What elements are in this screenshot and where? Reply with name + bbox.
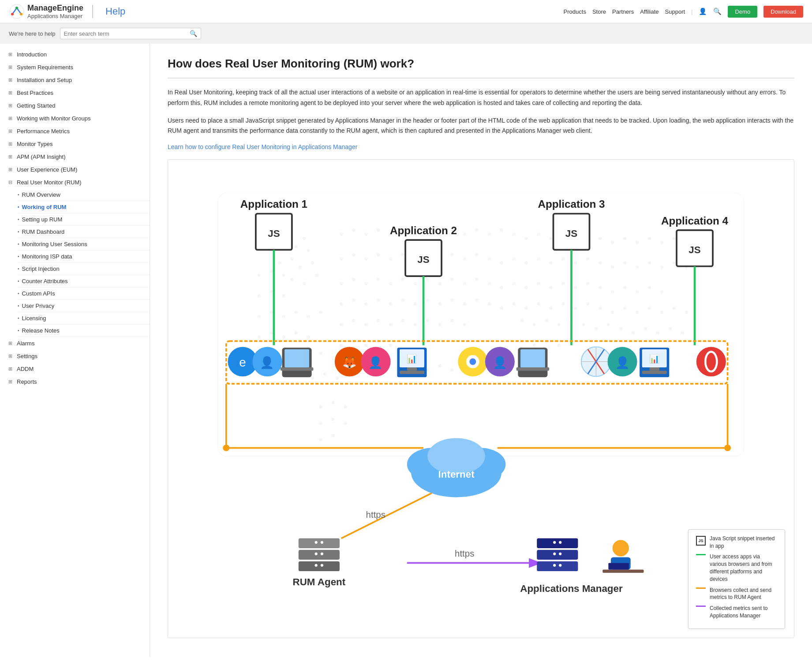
svg-point-193 <box>336 377 339 380</box>
search-icon-top[interactable]: 🔍 <box>713 7 722 15</box>
svg-point-110 <box>270 311 273 314</box>
svg-rect-234 <box>642 371 667 374</box>
search-input[interactable] <box>64 30 190 37</box>
sidebar-item-settings[interactable]: ⊞ Settings <box>0 350 150 363</box>
svg-point-122 <box>426 299 429 302</box>
sidebar-item-monitor-groups[interactable]: ⊞ Working with Monitor Groups <box>0 112 150 125</box>
svg-text:👤: 👤 <box>615 355 630 370</box>
svg-point-7 <box>294 245 297 248</box>
svg-point-130 <box>524 307 528 310</box>
sidebar-subitem-setting-up-rum[interactable]: Setting up RUM <box>18 213 150 226</box>
sidebar-subitem-script-injection[interactable]: Script Injection <box>18 263 150 275</box>
search-icon[interactable]: 🔍 <box>190 30 197 37</box>
svg-text:● ●: ● ● <box>553 561 562 568</box>
main-layout: ⊞ Introduction ⊞ System Requirements ⊞ I… <box>0 44 812 657</box>
nav-products[interactable]: Products <box>564 8 586 15</box>
subitem-label: Counter Attributes <box>22 278 68 284</box>
svg-point-66 <box>537 257 540 260</box>
svg-point-14 <box>315 274 318 277</box>
svg-point-65 <box>524 262 528 265</box>
sidebar-subitem-licensing[interactable]: Licensing <box>18 312 150 325</box>
sidebar-item-addm[interactable]: ⊞ ADDM <box>0 363 150 375</box>
svg-point-147 <box>294 331 297 334</box>
svg-point-100 <box>561 282 565 285</box>
subitem-label: User Privacy <box>22 303 55 309</box>
download-button[interactable]: Download <box>763 6 803 18</box>
sidebar-subitem-custom-apis[interactable]: Custom APIs <box>18 288 150 300</box>
svg-point-179 <box>364 344 367 347</box>
sidebar-item-getting-started[interactable]: ⊞ Getting Started <box>0 99 150 112</box>
svg-point-160 <box>520 319 524 322</box>
svg-text:● ●: ● ● <box>553 550 562 557</box>
sidebar-item-user-experience[interactable]: ⊞ User Experience (EUM) <box>0 163 150 176</box>
svg-point-121 <box>414 303 417 306</box>
app-manager-label: Applications Manager <box>520 583 623 594</box>
svg-point-200 <box>331 401 334 404</box>
svg-point-177 <box>340 344 343 347</box>
svg-rect-224 <box>520 349 545 367</box>
svg-point-237 <box>724 445 731 451</box>
sidebar-subitem-user-privacy[interactable]: User Privacy <box>18 300 150 312</box>
svg-point-11 <box>278 262 281 265</box>
svg-point-19 <box>364 233 367 236</box>
svg-point-156 <box>426 319 429 322</box>
sidebar-subitem-rum-dashboard[interactable]: RUM Dashboard <box>18 226 150 238</box>
svg-point-33 <box>537 233 540 236</box>
sidebar-item-alarms[interactable]: ⊞ Alarms <box>0 337 150 350</box>
expand-icon: ⊞ <box>7 353 13 359</box>
sidebar-subitem-rum-overview[interactable]: RUM Overview <box>18 189 150 201</box>
nav-support[interactable]: Support <box>665 8 685 15</box>
page-title: How does Real User Monitoring (RUM) work… <box>168 57 794 79</box>
svg-point-1 <box>15 7 18 9</box>
product-name: Applications Manager <box>27 13 83 19</box>
sidebar-item-apm[interactable]: ⊞ APM (APM Insight) <box>0 150 150 163</box>
svg-point-124 <box>451 299 454 302</box>
sidebar-subitem-monitoring-isp[interactable]: Monitoring ISP data <box>18 251 150 263</box>
svg-point-136 <box>599 307 602 310</box>
sidebar-item-monitor-types[interactable]: ⊞ Monitor Types <box>0 138 150 150</box>
sidebar-label: Performance Metrics <box>17 128 70 135</box>
svg-point-3 <box>20 13 22 15</box>
sidebar-subitem-release-notes[interactable]: Release Notes <box>18 325 150 337</box>
svg-point-60 <box>463 257 466 260</box>
sidebar-item-rum[interactable]: ⊟ Real User Monitor (RUM) <box>0 176 150 189</box>
https1-label: https <box>366 509 385 520</box>
svg-point-199 <box>319 405 322 408</box>
sidebar-subitem-monitoring-user-sessions[interactable]: Monitoring User Sessions <box>18 238 150 251</box>
subitem-label: RUM Dashboard <box>22 228 65 235</box>
svg-point-146 <box>282 335 285 338</box>
legend-purple: Collected metrics sent to Applications M… <box>696 605 778 620</box>
svg-point-167 <box>607 323 610 326</box>
svg-point-47 <box>258 274 261 277</box>
nav-partners[interactable]: Partners <box>612 8 634 15</box>
svg-point-99 <box>549 286 552 289</box>
sidebar-item-best-practices[interactable]: ⊞ Best Practices <box>0 86 150 99</box>
sidebar-subitem-counter-attributes[interactable]: Counter Attributes <box>18 275 150 288</box>
demo-button[interactable]: Demo <box>728 6 757 18</box>
sidebar-item-installation[interactable]: ⊞ Installation and Setup <box>0 74 150 86</box>
nav-affiliate[interactable]: Affiliate <box>640 8 659 15</box>
svg-point-28 <box>475 228 478 232</box>
svg-point-10 <box>290 257 293 260</box>
sidebar-item-introduction[interactable]: ⊞ Introduction <box>0 48 150 61</box>
subitem-label: Script Injection <box>22 266 60 272</box>
logo-text: ManageEngine Applications Manager <box>27 4 83 19</box>
user-icon[interactable]: 👤 <box>699 7 707 15</box>
sidebar-item-system-requirements[interactable]: ⊞ System Requirements <box>0 61 150 74</box>
svg-point-117 <box>364 303 367 306</box>
svg-point-168 <box>619 327 622 330</box>
sidebar-item-reports[interactable]: ⊞ Reports <box>0 375 150 388</box>
config-link[interactable]: Learn how to configure Real User Monitor… <box>168 143 357 150</box>
svg-point-161 <box>533 323 536 326</box>
sidebar-subitem-working-of-rum[interactable]: Working of RUM <box>18 201 150 213</box>
expand-icon: ⊞ <box>7 90 13 96</box>
sidebar-item-performance-metrics[interactable]: ⊞ Performance Metrics <box>0 125 150 138</box>
expand-icon: ⊞ <box>7 340 13 346</box>
svg-text:👤: 👤 <box>260 355 274 370</box>
svg-point-222 <box>469 359 476 365</box>
svg-point-118 <box>377 299 380 302</box>
nav-store[interactable]: Store <box>592 8 606 15</box>
me-logo-icon <box>9 4 25 19</box>
svg-point-140 <box>648 307 651 310</box>
svg-point-83 <box>352 278 355 281</box>
